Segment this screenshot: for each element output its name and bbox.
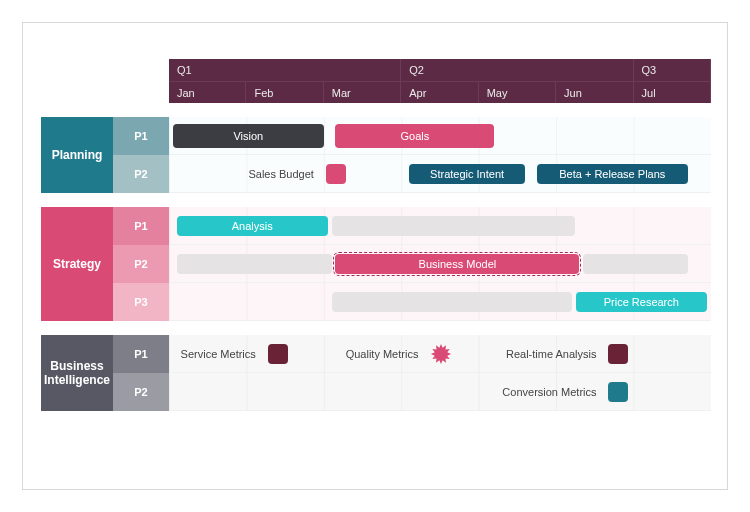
burst-icon[interactable]	[430, 343, 452, 365]
row: P1VisionGoals	[113, 117, 711, 155]
track: Business Model	[169, 245, 711, 283]
group-planning: PlanningP1VisionGoalsP2Sales BudgetStrat…	[41, 117, 711, 193]
row: P1Service MetricsQuality MetricsReal-tim…	[113, 335, 711, 373]
quarter-header: Q1 Q2 Q3	[169, 59, 711, 81]
track: Sales BudgetStrategic IntentBeta + Relea…	[169, 155, 711, 193]
row: P2Business Model	[113, 245, 711, 283]
row-label: P2	[113, 373, 169, 411]
milestone-label: Conversion Metrics	[502, 373, 596, 411]
quarter-q1: Q1	[169, 59, 401, 81]
track: Analysis	[169, 207, 711, 245]
milestone-label: Quality Metrics	[346, 335, 419, 373]
milestone-marker-icon[interactable]	[268, 344, 288, 364]
bar[interactable]: Strategic Intent	[409, 164, 525, 184]
bar-placeholder	[177, 254, 332, 274]
month-may: May	[479, 81, 556, 103]
bar[interactable]: Vision	[173, 124, 324, 148]
month-feb: Feb	[246, 81, 323, 103]
quarter-q2: Q2	[401, 59, 633, 81]
bar[interactable]: Analysis	[177, 216, 328, 236]
quarter-q3: Q3	[634, 59, 711, 81]
bar-placeholder	[332, 216, 576, 236]
row-label: P3	[113, 283, 169, 321]
bar-placeholder	[332, 292, 572, 312]
bar[interactable]: Beta + Release Plans	[537, 164, 688, 184]
month-mar: Mar	[324, 81, 401, 103]
group-label: Strategy	[41, 207, 113, 321]
group-label: Business Intelligence	[41, 335, 113, 411]
month-jun: Jun	[556, 81, 633, 103]
milestone-label: Service Metrics	[181, 335, 256, 373]
svg-marker-0	[431, 344, 451, 364]
row-label: P1	[113, 335, 169, 373]
gantt-chart: Q1 Q2 Q3 Jan Feb Mar Apr May Jun Jul Pla…	[22, 22, 728, 490]
row: P1Analysis	[113, 207, 711, 245]
month-jul: Jul	[634, 81, 711, 103]
row-label: P2	[113, 245, 169, 283]
track: Price Research	[169, 283, 711, 321]
bar[interactable]: Business Model	[335, 254, 579, 274]
milestone-marker-icon[interactable]	[326, 164, 346, 184]
row: P3Price Research	[113, 283, 711, 321]
milestone-label: Real-time Analysis	[506, 335, 596, 373]
row: P2Conversion Metrics	[113, 373, 711, 411]
track: Conversion Metrics	[169, 373, 711, 411]
milestone-marker-icon[interactable]	[608, 344, 628, 364]
milestone-marker-icon[interactable]	[608, 382, 628, 402]
track: VisionGoals	[169, 117, 711, 155]
track: Service MetricsQuality MetricsReal-time …	[169, 335, 711, 373]
row-label: P2	[113, 155, 169, 193]
month-apr: Apr	[401, 81, 478, 103]
row-label: P1	[113, 117, 169, 155]
row: P2Sales BudgetStrategic IntentBeta + Rel…	[113, 155, 711, 193]
row-label: P1	[113, 207, 169, 245]
month-jan: Jan	[169, 81, 246, 103]
milestone-label: Sales Budget	[248, 155, 313, 193]
group-business-intelligence: Business IntelligenceP1Service MetricsQu…	[41, 335, 711, 411]
group-strategy: StrategyP1AnalysisP2Business ModelP3Pric…	[41, 207, 711, 321]
month-header: Jan Feb Mar Apr May Jun Jul	[169, 81, 711, 103]
bar-placeholder	[583, 254, 688, 274]
group-label: Planning	[41, 117, 113, 193]
bar[interactable]: Price Research	[576, 292, 708, 312]
bar[interactable]: Goals	[335, 124, 494, 148]
gantt-body: PlanningP1VisionGoalsP2Sales BudgetStrat…	[41, 103, 711, 411]
